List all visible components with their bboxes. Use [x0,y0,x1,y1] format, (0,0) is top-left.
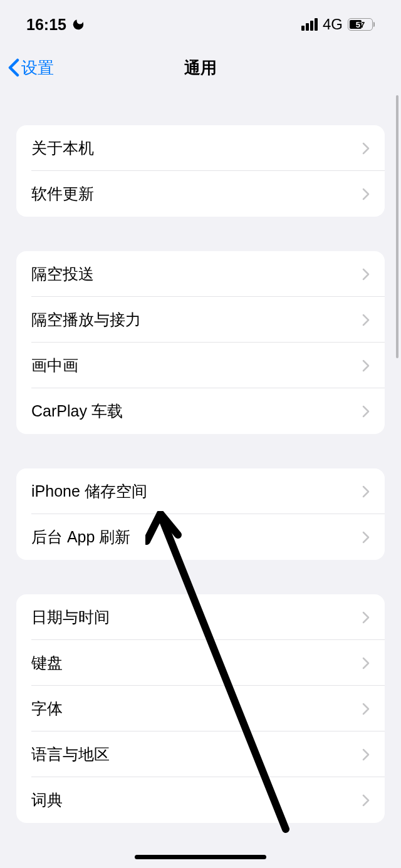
row-label: 字体 [31,698,63,719]
back-label: 设置 [21,57,54,79]
chevron-right-icon [362,748,370,761]
row-label: 隔空投送 [31,264,94,284]
row-iphone-storage[interactable]: iPhone 储存空间 [16,468,385,514]
row-label: 词典 [31,790,63,810]
row-keyboard[interactable]: 键盘 [16,640,385,686]
row-language-region[interactable]: 语言与地区 [16,731,385,777]
chevron-right-icon [362,485,370,498]
row-label: iPhone 储存空间 [31,481,147,502]
status-bar: 16:15 4G 57 [0,0,401,38]
row-label: 语言与地区 [31,744,110,765]
row-label: 键盘 [31,653,63,673]
chevron-right-icon [362,794,370,807]
status-right: 4G 57 [301,16,375,33]
row-software-update[interactable]: 软件更新 [16,171,385,217]
row-label: 后台 App 刷新 [31,527,130,547]
row-label: 隔空播放与接力 [31,309,141,330]
back-button[interactable]: 设置 [8,57,54,79]
chevron-right-icon [362,314,370,326]
row-label: 软件更新 [31,183,94,204]
chevron-right-icon [362,703,370,715]
chevron-right-icon [362,405,370,418]
chevron-right-icon [362,268,370,281]
chevron-right-icon [362,657,370,669]
signal-icon [301,18,318,31]
chevron-right-icon [362,188,370,200]
row-date-time[interactable]: 日期与时间 [16,594,385,640]
row-pip[interactable]: 画中画 [16,343,385,388]
nav-header: 设置 通用 [0,46,401,89]
row-fonts[interactable]: 字体 [16,686,385,731]
row-dictionary[interactable]: 词典 [16,777,385,823]
settings-content: 关于本机软件更新隔空投送隔空播放与接力画中画CarPlay 车载iPhone 储… [0,125,401,823]
settings-section: 关于本机软件更新 [16,125,385,217]
page-title: 通用 [0,57,401,79]
home-indicator[interactable] [135,855,266,859]
row-background-app-refresh[interactable]: 后台 App 刷新 [16,514,385,560]
row-label: 关于本机 [31,138,94,158]
chevron-left-icon [8,58,20,77]
network-label: 4G [323,16,343,33]
row-carplay[interactable]: CarPlay 车载 [16,388,385,434]
row-airdrop[interactable]: 隔空投送 [16,251,385,297]
status-left: 16:15 [26,16,85,34]
row-airplay-handoff[interactable]: 隔空播放与接力 [16,297,385,343]
chevron-right-icon [362,531,370,544]
row-label: 画中画 [31,355,78,376]
row-label: CarPlay 车载 [31,401,123,421]
settings-section: iPhone 储存空间后台 App 刷新 [16,468,385,560]
row-label: 日期与时间 [31,607,110,628]
chevron-right-icon [362,142,370,155]
settings-section: 隔空投送隔空播放与接力画中画CarPlay 车载 [16,251,385,434]
chevron-right-icon [362,611,370,624]
scrollbar[interactable] [396,95,398,358]
settings-section: 日期与时间键盘字体语言与地区词典 [16,594,385,823]
status-time: 16:15 [26,16,66,34]
chevron-right-icon [362,359,370,372]
row-about[interactable]: 关于本机 [16,125,385,171]
battery-icon: 57 [348,18,375,31]
do-not-disturb-icon [71,18,85,31]
